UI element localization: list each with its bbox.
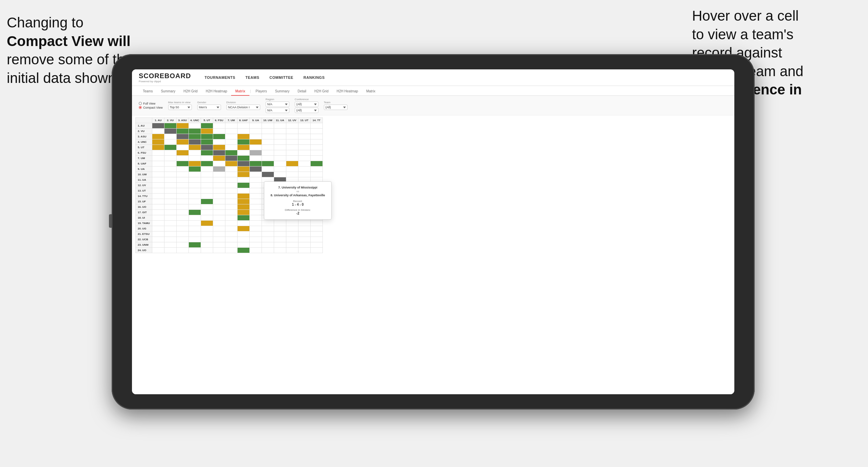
matrix-cell[interactable] <box>225 183 237 188</box>
matrix-cell[interactable] <box>225 150 237 156</box>
matrix-cell[interactable] <box>188 156 201 161</box>
matrix-cell[interactable] <box>310 123 322 129</box>
nav-tournaments[interactable]: TOURNAMENTS <box>204 75 235 80</box>
matrix-cell[interactable] <box>237 161 249 166</box>
matrix-cell[interactable] <box>164 242 176 248</box>
matrix-cell[interactable] <box>188 199 201 204</box>
matrix-cell[interactable] <box>262 237 274 242</box>
matrix-cell[interactable] <box>164 123 176 129</box>
matrix-cell[interactable] <box>225 226 237 231</box>
matrix-cell[interactable] <box>188 210 201 215</box>
matrix-cell[interactable] <box>286 156 298 161</box>
matrix-cell[interactable] <box>310 231 322 237</box>
matrix-cell[interactable] <box>201 161 213 166</box>
matrix-cell[interactable] <box>298 145 310 150</box>
matrix-cell[interactable] <box>249 177 262 183</box>
matrix-cell[interactable] <box>262 161 274 166</box>
matrix-cell[interactable] <box>201 210 213 215</box>
matrix-cell[interactable] <box>249 145 262 150</box>
matrix-cell[interactable] <box>237 150 249 156</box>
matrix-cell[interactable] <box>249 204 262 210</box>
matrix-cell[interactable] <box>237 221 249 226</box>
matrix-cell[interactable] <box>152 199 164 204</box>
matrix-cell[interactable] <box>298 139 310 145</box>
matrix-cell[interactable] <box>225 139 237 145</box>
matrix-cell[interactable] <box>201 156 213 161</box>
matrix-cell[interactable] <box>188 177 201 183</box>
matrix-cell[interactable] <box>274 139 286 145</box>
matrix-cell[interactable] <box>201 194 213 199</box>
matrix-cell[interactable] <box>188 150 201 156</box>
matrix-cell[interactable] <box>249 139 262 145</box>
matrix-cell[interactable] <box>237 237 249 242</box>
matrix-cell[interactable] <box>188 204 201 210</box>
matrix-cell[interactable] <box>237 231 249 237</box>
matrix-cell[interactable] <box>164 145 176 150</box>
matrix-cell[interactable] <box>298 150 310 156</box>
matrix-cell[interactable] <box>164 194 176 199</box>
matrix-cell[interactable] <box>201 231 213 237</box>
region-select1[interactable]: N/A <box>266 102 289 107</box>
matrix-cell[interactable] <box>152 161 164 166</box>
matrix-cell[interactable] <box>213 150 225 156</box>
matrix-cell[interactable] <box>201 226 213 231</box>
matrix-cell[interactable] <box>310 226 322 231</box>
matrix-cell[interactable] <box>237 204 249 210</box>
matrix-cell[interactable] <box>201 248 213 253</box>
matrix-cell[interactable] <box>225 172 237 177</box>
matrix-cell[interactable] <box>152 194 164 199</box>
matrix-cell[interactable] <box>201 134 213 139</box>
matrix-cell[interactable] <box>188 226 201 231</box>
matrix-cell[interactable] <box>298 248 310 253</box>
matrix-cell[interactable] <box>286 237 298 242</box>
matrix-cell[interactable] <box>237 123 249 129</box>
matrix-cell[interactable] <box>225 145 237 150</box>
matrix-cell[interactable] <box>298 166 310 172</box>
matrix-cell[interactable] <box>188 139 201 145</box>
division-select[interactable]: NCAA Division I <box>226 105 260 110</box>
nav-committee[interactable]: COMMITTEE <box>269 75 293 80</box>
matrix-cell[interactable] <box>225 129 237 134</box>
matrix-cell[interactable] <box>249 129 262 134</box>
matrix-cell[interactable] <box>274 166 286 172</box>
matrix-cell[interactable] <box>298 161 310 166</box>
matrix-cell[interactable] <box>286 231 298 237</box>
matrix-cell[interactable] <box>164 172 176 177</box>
matrix-cell[interactable] <box>249 248 262 253</box>
conference-select2[interactable]: (All) <box>295 108 318 113</box>
matrix-cell[interactable] <box>262 221 274 226</box>
matrix-cell[interactable] <box>286 226 298 231</box>
matrix-cell[interactable] <box>249 150 262 156</box>
matrix-cell[interactable] <box>188 145 201 150</box>
matrix-cell[interactable] <box>310 150 322 156</box>
matrix-cell[interactable] <box>152 231 164 237</box>
matrix-cell[interactable] <box>213 221 225 226</box>
matrix-cell[interactable] <box>213 123 225 129</box>
matrix-cell[interactable] <box>286 129 298 134</box>
matrix-cell[interactable] <box>225 237 237 242</box>
matrix-cell[interactable] <box>152 150 164 156</box>
matrix-cell[interactable] <box>225 134 237 139</box>
matrix-cell[interactable] <box>164 161 176 166</box>
matrix-cell[interactable] <box>310 166 322 172</box>
matrix-cell[interactable] <box>225 161 237 166</box>
matrix-cell[interactable] <box>152 226 164 231</box>
matrix-cell[interactable] <box>176 248 188 253</box>
matrix-cell[interactable] <box>274 161 286 166</box>
matrix-cell[interactable] <box>286 242 298 248</box>
matrix-cell[interactable] <box>298 237 310 242</box>
matrix-cell[interactable] <box>274 145 286 150</box>
matrix-cell[interactable] <box>237 242 249 248</box>
matrix-cell[interactable] <box>249 183 262 188</box>
matrix-cell[interactable] <box>274 242 286 248</box>
matrix-cell[interactable] <box>249 166 262 172</box>
matrix-cell[interactable] <box>310 221 322 226</box>
matrix-cell[interactable] <box>176 134 188 139</box>
matrix-cell[interactable] <box>310 134 322 139</box>
matrix-cell[interactable] <box>176 242 188 248</box>
matrix-cell[interactable] <box>164 231 176 237</box>
matrix-cell[interactable] <box>249 242 262 248</box>
matrix-cell[interactable] <box>310 248 322 253</box>
matrix-cell[interactable] <box>310 129 322 134</box>
matrix-container[interactable]: 1. AU 2. VU 3. ASU 4. UNC 5. UT 6. FSU 7… <box>132 115 734 394</box>
